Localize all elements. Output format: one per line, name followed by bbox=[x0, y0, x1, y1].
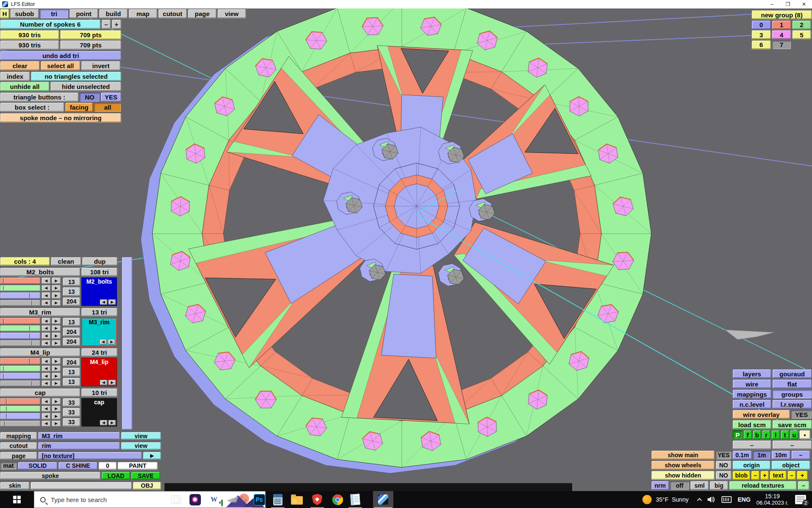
weather-temp[interactable]: 35°F bbox=[656, 496, 669, 503]
red-slider[interactable] bbox=[0, 358, 41, 364]
box-select-all[interactable]: all bbox=[94, 102, 121, 112]
mapping-value[interactable]: M3_rim bbox=[38, 432, 120, 440]
spoke-label[interactable]: spoke bbox=[0, 472, 101, 480]
red-slider[interactable] bbox=[0, 318, 41, 324]
slider-left-arrow[interactable]: ◀ bbox=[41, 358, 51, 364]
dup-button[interactable]: dup bbox=[82, 257, 118, 266]
green-slider[interactable] bbox=[0, 365, 41, 372]
layer-b-button[interactable]: b bbox=[753, 430, 761, 439]
material-swatch[interactable]: M2_bolts ◀▶ bbox=[81, 277, 117, 306]
slider-right-arrow[interactable]: ▶ bbox=[52, 380, 61, 387]
group-1-button[interactable]: 1 bbox=[772, 20, 791, 30]
language-indicator[interactable]: ENG bbox=[738, 496, 750, 503]
mat-label[interactable]: mat bbox=[0, 462, 17, 470]
wire-overlay-label[interactable]: wire overlay bbox=[732, 410, 790, 419]
mat-zero-button[interactable]: 0 bbox=[99, 462, 117, 470]
slider-right-arrow[interactable]: ▶ bbox=[52, 373, 61, 379]
group-6-button[interactable]: 6 bbox=[752, 40, 771, 50]
triangle-buttons-no[interactable]: NO bbox=[80, 92, 100, 102]
group-3-button[interactable]: 3 bbox=[752, 30, 771, 39]
slider-left-arrow[interactable]: ◀ bbox=[41, 332, 51, 339]
invert-button[interactable]: invert bbox=[81, 61, 121, 71]
cols-button[interactable]: cols : 4 bbox=[0, 257, 50, 266]
object-button[interactable]: object bbox=[771, 461, 810, 470]
page-value[interactable]: [no texture] bbox=[38, 452, 142, 460]
slider-right-arrow[interactable]: ▶ bbox=[52, 292, 61, 299]
blue-slider[interactable] bbox=[0, 413, 41, 420]
slider-left-arrow[interactable]: ◀ bbox=[41, 277, 51, 284]
mat-paint-button[interactable]: PAINT bbox=[118, 462, 158, 470]
unhide-all-button[interactable]: unhide all bbox=[0, 82, 49, 91]
swatch-next-arrow[interactable]: ▶ bbox=[108, 299, 116, 305]
mapping-label[interactable]: mapping bbox=[0, 432, 37, 440]
clock[interactable]: 15:19 06.04.2023 г. bbox=[757, 493, 788, 506]
extra-slider[interactable] bbox=[0, 340, 41, 347]
material-swatch[interactable]: M4_lip ◀▶ bbox=[81, 358, 117, 387]
slider-right-arrow[interactable]: ▶ bbox=[52, 358, 61, 364]
reload-textures-button[interactable]: reload textures bbox=[729, 481, 797, 490]
undo-add-tri-button[interactable]: undo add tri bbox=[0, 51, 121, 61]
reload-dash-button[interactable]: – bbox=[798, 481, 809, 490]
swatch-prev-arrow[interactable]: ◀ bbox=[100, 420, 107, 425]
close-button[interactable]: ✕ bbox=[796, 0, 812, 8]
wire-overlay-state[interactable]: YES bbox=[791, 410, 812, 419]
groups-button[interactable]: groups bbox=[772, 389, 812, 399]
slider-right-arrow[interactable]: ▶ bbox=[52, 420, 61, 427]
layer-t-button[interactable]: t bbox=[781, 430, 789, 439]
materials-scrollbar[interactable] bbox=[122, 257, 132, 430]
dash-button-1[interactable]: – bbox=[732, 440, 771, 450]
slider-left-arrow[interactable]: ◀ bbox=[41, 413, 51, 420]
wikipedia-button[interactable]: W bbox=[204, 491, 224, 508]
triangle-buttons-yes[interactable]: YES bbox=[101, 92, 121, 102]
box-select-facing[interactable]: facing bbox=[65, 102, 93, 112]
green-slider[interactable] bbox=[0, 285, 41, 292]
red-slider[interactable] bbox=[0, 398, 41, 405]
layers-button[interactable]: layers bbox=[732, 369, 771, 378]
cutout-view-button[interactable]: view bbox=[121, 442, 161, 450]
material-name[interactable]: cap bbox=[0, 388, 80, 397]
geforce-button[interactable] bbox=[185, 491, 205, 508]
new-group-button[interactable]: new group (8) bbox=[752, 10, 812, 19]
select-all-button[interactable]: select all bbox=[41, 61, 80, 71]
grid-10m-button[interactable]: 10m bbox=[771, 450, 790, 460]
dash-button-2[interactable]: – bbox=[772, 440, 812, 450]
slider-right-arrow[interactable]: ▶ bbox=[52, 340, 61, 347]
minimize-button[interactable]: – bbox=[764, 0, 780, 8]
save-scm-button[interactable]: save scm bbox=[772, 420, 812, 429]
show-main-label[interactable]: show main bbox=[651, 450, 715, 460]
swatch-prev-arrow[interactable]: ◀ bbox=[99, 339, 107, 345]
slider-right-arrow[interactable]: ▶ bbox=[52, 300, 61, 306]
show-wheels-state[interactable]: NO bbox=[716, 461, 732, 470]
brave-button[interactable] bbox=[307, 491, 327, 508]
lfs-editor-taskbar-button[interactable] bbox=[373, 491, 393, 508]
layer-l-button[interactable]: l bbox=[771, 430, 780, 439]
menu-subob[interactable]: subob bbox=[10, 9, 39, 19]
steam-button[interactable] bbox=[223, 491, 243, 508]
text-plus-button[interactable]: + bbox=[797, 471, 808, 480]
restore-button[interactable]: ❐ bbox=[780, 0, 796, 8]
slider-right-arrow[interactable]: ▶ bbox=[52, 365, 61, 372]
slider-left-arrow[interactable]: ◀ bbox=[41, 318, 51, 324]
blob-minus-button[interactable]: – bbox=[751, 471, 760, 480]
menu-view[interactable]: view bbox=[217, 9, 246, 19]
group-5-button[interactable]: 5 bbox=[792, 30, 811, 39]
blue-slider[interactable] bbox=[0, 332, 41, 339]
flat-button[interactable]: flat bbox=[772, 379, 812, 389]
nrm-sml-button[interactable]: sml bbox=[690, 481, 709, 490]
slider-right-arrow[interactable]: ▶ bbox=[52, 325, 61, 332]
material-name[interactable]: M4_lip bbox=[0, 348, 80, 357]
swatch-next-arrow[interactable]: ▶ bbox=[108, 380, 116, 385]
group-2-button[interactable]: 2 bbox=[792, 20, 811, 30]
slider-left-arrow[interactable]: ◀ bbox=[41, 365, 51, 372]
slider-right-arrow[interactable]: ▶ bbox=[52, 332, 61, 339]
layer-u-button[interactable]: u bbox=[790, 430, 798, 439]
blue-slider[interactable] bbox=[0, 292, 41, 299]
cutout-value[interactable]: rim bbox=[38, 442, 120, 450]
wire-button[interactable]: wire bbox=[732, 379, 771, 389]
spoke-load-button[interactable]: LOAD bbox=[102, 472, 130, 480]
index-button[interactable]: index bbox=[0, 72, 30, 81]
material-swatch[interactable]: cap ◀▶ bbox=[81, 398, 117, 427]
slider-left-arrow[interactable]: ◀ bbox=[41, 300, 51, 306]
mappings-button[interactable]: mappings bbox=[732, 389, 771, 399]
hide-unselected-button[interactable]: hide unselected bbox=[50, 82, 121, 91]
